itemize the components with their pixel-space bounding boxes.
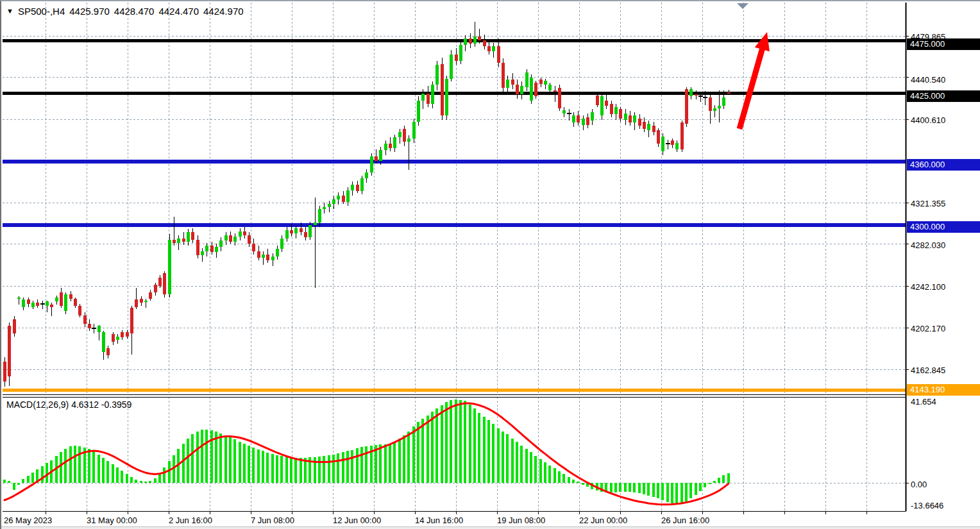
- candle: [22, 298, 25, 310]
- candle-body: [473, 37, 477, 44]
- macd-bar: [69, 446, 72, 483]
- candle-body: [210, 246, 214, 252]
- price-hline-4475.000[interactable]: [3, 39, 906, 42]
- time-axis-label[interactable]: 26 Jun 16:00: [661, 516, 709, 525]
- candle-body: [389, 144, 392, 148]
- candle: [638, 114, 641, 129]
- time-axis-label[interactable]: 7 Jun 08:00: [251, 516, 294, 525]
- macd-bar: [266, 453, 269, 483]
- candle-body: [614, 107, 618, 114]
- macd-bar: [657, 483, 659, 498]
- candle: [596, 94, 599, 107]
- time-axis-label[interactable]: 26 May 2023: [4, 516, 52, 525]
- macd-bar: [610, 483, 612, 492]
- candle-body: [689, 89, 693, 96]
- ohlc-header: ▼ SP500-,H4 4425.970 4428.470 4424.470 4…: [6, 6, 244, 17]
- price-hline-4143.190[interactable]: [3, 389, 906, 392]
- price-hline-4300.000[interactable]: [3, 223, 906, 227]
- macd-bar: [506, 434, 509, 483]
- candle-body: [69, 294, 72, 299]
- macd-bar: [158, 474, 161, 483]
- candle: [257, 246, 260, 260]
- candle: [60, 288, 63, 308]
- macd-bar: [97, 455, 100, 483]
- candle: [680, 121, 684, 152]
- time-axis-label[interactable]: 12 Jun 00:00: [333, 516, 381, 525]
- candle: [600, 94, 604, 120]
- candle-body: [610, 104, 613, 114]
- candle-body: [497, 46, 500, 63]
- candle-body: [300, 228, 303, 233]
- horizontal-level-lines[interactable]: [3, 39, 906, 392]
- candle-body: [50, 305, 53, 306]
- candle-body: [243, 231, 246, 236]
- time-axis-label[interactable]: 22 Jun 00:00: [579, 516, 627, 525]
- candle-body: [520, 86, 523, 94]
- time-axis-label[interactable]: 14 Jun 16:00: [415, 516, 463, 525]
- header-open: 4425.970: [69, 6, 110, 17]
- price-hline-4360.000[interactable]: [3, 160, 906, 164]
- macd-bar: [478, 413, 480, 483]
- candle-body: [74, 299, 77, 306]
- candle-body: [459, 45, 462, 61]
- candle-body: [591, 112, 594, 121]
- candle: [13, 316, 16, 336]
- candle: [210, 242, 214, 255]
- candle-body: [455, 55, 458, 61]
- candle: [718, 90, 721, 123]
- chart-canvas[interactable]: [1, 1, 980, 529]
- candle-body: [121, 332, 124, 337]
- candle: [492, 43, 495, 58]
- macd-bar: [22, 479, 24, 483]
- time-axis-label[interactable]: 31 May 00:00: [87, 516, 137, 525]
- macd-bar: [417, 422, 419, 483]
- candle-body: [328, 204, 331, 207]
- candle: [370, 153, 373, 175]
- scroll-to-end-marker-icon[interactable]: [737, 3, 748, 9]
- symbol-dropdown-icon[interactable]: ▼: [6, 7, 13, 15]
- candle-body: [290, 230, 293, 233]
- macd-bar: [689, 483, 692, 498]
- macd-bar: [572, 480, 575, 483]
- macd-bar: [144, 482, 147, 483]
- candle: [17, 296, 21, 305]
- candle: [280, 235, 283, 252]
- candle-body: [205, 246, 208, 251]
- candle: [473, 22, 477, 47]
- candle-body: [248, 235, 251, 244]
- macd-bar: [243, 444, 246, 483]
- price-hline-4425.000[interactable]: [3, 92, 906, 95]
- macd-bar: [403, 435, 405, 483]
- candle: [74, 298, 77, 308]
- macd-bar: [483, 417, 486, 483]
- candle: [243, 227, 246, 239]
- candle: [3, 357, 6, 387]
- macd-bar: [530, 452, 532, 483]
- candle: [149, 290, 152, 300]
- candle-body: [116, 337, 119, 340]
- macd-bar: [356, 448, 359, 483]
- candle-body: [177, 239, 180, 243]
- candle: [187, 229, 190, 246]
- candle: [69, 291, 72, 301]
- macd-bar: [455, 399, 457, 483]
- candle-body: [308, 225, 312, 238]
- time-axis-label[interactable]: 2 Jun 16:00: [169, 516, 212, 525]
- macd-bar: [121, 471, 123, 483]
- candle-body: [112, 334, 115, 341]
- candle: [163, 271, 166, 298]
- annotation-arrow[interactable]: [739, 32, 770, 129]
- candle-body: [657, 130, 660, 144]
- macd-bar: [441, 405, 443, 483]
- candle: [562, 107, 566, 117]
- candle: [154, 283, 157, 296]
- candle-body: [215, 247, 218, 252]
- candle: [266, 249, 269, 262]
- candle: [459, 42, 462, 63]
- candle: [403, 126, 406, 146]
- macd-bar: [290, 458, 292, 483]
- candle-body: [469, 38, 472, 44]
- candle: [417, 96, 420, 126]
- time-axis-label[interactable]: 19 Jun 08:00: [497, 516, 545, 525]
- macd-bar: [469, 405, 471, 483]
